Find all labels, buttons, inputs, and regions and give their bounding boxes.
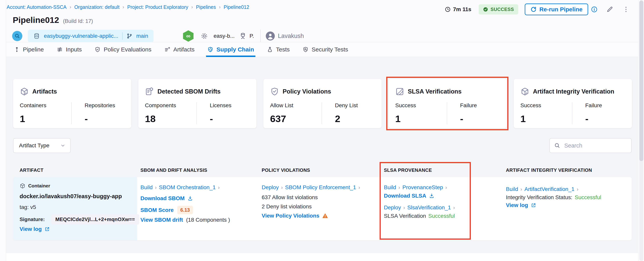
collapsed-nav-strip [0,0,6,261]
breadcrumb-pipeline012[interactable]: Pipeline012 [224,4,249,10]
chevron-right-icon [219,4,220,10]
repo-name-link[interactable]: easybuggy-vulnerable-applic... [44,33,118,39]
card-slsa-verifications: SLSA Verifications Success1 Failure- [388,79,507,128]
download-slsa-link[interactable]: Download SLSA [384,193,426,199]
info-icon[interactable] [591,6,598,13]
bottom-strip [6,253,638,261]
user-name: Lavakush [278,32,304,39]
card-title: Detected SBOM Drifts [158,88,220,95]
view-log-link[interactable]: View log [506,202,528,208]
scrollbar-thumb[interactable] [639,0,644,161]
stat-value: 1 [520,113,572,124]
stage-link[interactable]: Deploy [384,205,401,211]
tab-policy-evaluations[interactable]: Policy Evaluations [88,42,158,57]
stat-label: Failure [585,102,632,109]
slsa-verification-status-row: SLSA Verification Successful [384,213,455,219]
search-box [550,138,632,153]
column-header-artifact: ARTIFACT [20,168,44,173]
tab-security-tests[interactable]: Security Tests [296,42,354,57]
breadcrumb-project[interactable]: Project: Product Exploratory [127,4,188,10]
step-link[interactable]: SlsaVerification_1 [408,205,451,211]
drift-components-count: (18 Components ) [186,217,230,223]
search-input[interactable] [564,142,627,149]
git-branch-icon [126,33,132,39]
download-slsa-row: Download SLSA [384,193,434,199]
download-sbom-link[interactable]: Download SBOM [140,195,185,202]
flask-icon [267,46,273,52]
integrity-view-log-row: View log [506,202,536,208]
tab-inputs[interactable]: Inputs [50,42,88,57]
step-link[interactable]: ArtifactVerification_1 [524,186,574,192]
page-title-row: Pipeline012 (Build Id: 17) [13,15,93,25]
step-link[interactable]: SBOM Policy Enforcement_1 [285,184,356,191]
cube-icon [20,183,26,189]
scrollbar-zone [639,0,644,261]
tab-supply-chain[interactable]: Supply Chain [201,42,260,57]
stat-label: Repositories [84,102,131,109]
artifact-type-dropdown[interactable]: Artifact Type [13,138,71,153]
external-link-icon [531,203,536,208]
breadcrumb-account[interactable]: Account: Automation-SSCA [7,4,66,10]
slsa-icon [395,87,404,96]
stage-link[interactable]: Build [140,184,152,191]
artifact-tag: tag: v5 [20,204,36,210]
view-policy-violations-link[interactable]: View Policy Violations [262,213,320,219]
stat-value: 1 [395,113,447,124]
chevron-right-icon [520,187,522,192]
sbom-score-badge: 6.13 [177,206,193,214]
stage-link[interactable]: Build [384,184,396,191]
card-artifacts: Artifacts Containers1 Repositories- [13,79,131,128]
tab-artifacts[interactable]: Artifacts [158,42,201,57]
header-actions: 7m 11s SUCCESS Re-run Pipeline [445,3,629,15]
stage-link[interactable]: Deploy [262,184,279,191]
chevron-right-icon [358,185,360,190]
supply-chain-shield-icon [208,46,213,52]
refresh-icon [530,6,537,12]
card-policy-violations: Policy Violations Allow List637 Deny Lis… [264,79,382,128]
edit-pencil-icon[interactable] [606,6,613,13]
policy-step-breadcrumb: Deploy SBOM Policy Enforcement_1 [262,184,362,191]
tab-pipeline[interactable]: Pipeline [14,42,50,57]
chevron-right-icon [155,185,156,190]
stat-label: Components [145,102,196,109]
slsa-status-value: Successful [428,213,455,219]
rerun-pipeline-button[interactable]: Re-run Pipeline [525,3,588,15]
slsa-verification-breadcrumb: Deploy SlsaVerification_1 [384,205,457,211]
card-title: Artifact Integrity Verification [533,88,614,95]
trigger-name: easy-b... [214,33,234,39]
user-avatar [266,31,275,40]
slsa-status-label: SLSA Verification [384,213,426,219]
stage-link[interactable]: Build [506,186,518,192]
step-link[interactable]: SBOM Orchestration_1 [159,184,216,191]
sbom-score-label[interactable]: SBOM Score [140,207,174,213]
harness-ci-hexagon-icon [183,30,194,42]
cube-icon [20,87,29,96]
artifact-type-label: Artifact Type [19,142,49,149]
breadcrumb: Account: Automation-SSCA Organization: d… [7,4,249,10]
deployment-server-icon [239,32,247,40]
shield-check-icon [270,87,279,96]
view-sbom-drift-link[interactable]: View SBOM drift [140,217,183,223]
inputs-icon [57,46,63,52]
download-icon [188,196,193,201]
allow-list-violations: 637 Allow list violations [262,194,318,201]
column-header-slsa: SLSA PROVENANCE [384,168,432,173]
table-row: Container docker.io/lavakush07/easy-bugg… [13,177,632,240]
card-title: Artifacts [32,88,57,95]
page-title: Pipeline012 [13,15,59,25]
pill-divider [122,32,122,40]
breadcrumb-organization[interactable]: Organization: default [74,4,120,10]
branch-name-link[interactable]: main [136,33,148,39]
breadcrumb-pipelines[interactable]: Pipelines [196,4,216,10]
step-link[interactable]: ProvenanceStep [402,184,443,191]
tab-tests[interactable]: Tests [260,42,296,57]
execution-tabbar: Pipeline Inputs Policy Evaluations Artif… [6,42,638,57]
repository-icon [33,33,40,39]
kebab-menu-icon[interactable] [623,6,629,13]
card-sbom-drifts: Detected SBOM Drifts Components18 Licens… [138,79,256,128]
view-log-link[interactable]: View log [20,226,42,232]
gear-icon [200,32,208,40]
stat-value: - [460,113,507,124]
artifact-signature-row: Signature: MEQCICde2Vjl...L+2+mqnOXw== [20,214,139,225]
stat-label: Deny List [335,102,382,109]
